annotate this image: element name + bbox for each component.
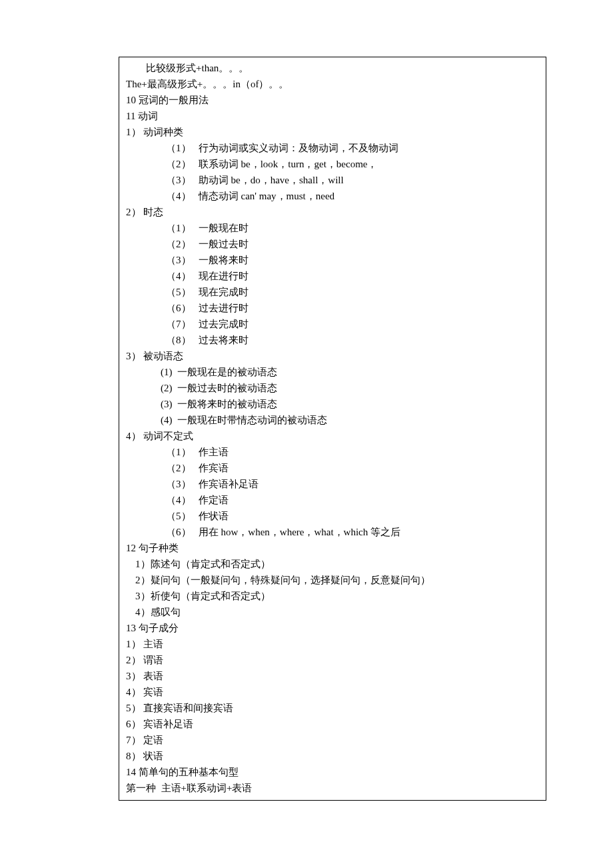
text-line: （3） 一般将来时 bbox=[126, 252, 539, 268]
text-line: (4) 一般现在时带情态动词的被动语态 bbox=[126, 412, 539, 428]
text-line: （3） 助动词 be，do，have，shall，will bbox=[126, 172, 539, 188]
text-line: 1） 动词种类 bbox=[126, 124, 539, 140]
text-line: The+最高级形式+。。。in（of）。。 bbox=[126, 76, 539, 92]
text-line: （5） 作状语 bbox=[126, 508, 539, 524]
text-line: 5） 直接宾语和间接宾语 bbox=[126, 700, 539, 716]
text-line: 2） 谓语 bbox=[126, 652, 539, 668]
text-line: （5） 现在完成时 bbox=[126, 284, 539, 300]
text-line: 10 冠词的一般用法 bbox=[126, 92, 539, 108]
text-line: 13 句子成分 bbox=[126, 620, 539, 636]
text-line: （2） 一般过去时 bbox=[126, 236, 539, 252]
text-line: 第一种 主语+联系动词+表语 bbox=[126, 780, 539, 796]
document-page: 比较级形式+than。。。The+最高级形式+。。。in（of）。。10 冠词的… bbox=[0, 0, 613, 868]
text-line: 比较级形式+than。。。 bbox=[126, 60, 539, 76]
text-line: 4） 动词不定式 bbox=[126, 428, 539, 444]
text-line: （1） 作主语 bbox=[126, 444, 539, 460]
text-line: (1) 一般现在是的被动语态 bbox=[126, 364, 539, 380]
text-line: 4） 宾语 bbox=[126, 684, 539, 700]
text-line: 8） 状语 bbox=[126, 748, 539, 764]
content-box: 比较级形式+than。。。The+最高级形式+。。。in（of）。。10 冠词的… bbox=[119, 57, 546, 801]
text-line: （2） 作宾语 bbox=[126, 460, 539, 476]
text-line: 3） 被动语态 bbox=[126, 348, 539, 364]
text-line: 4）感叹句 bbox=[126, 604, 539, 620]
text-line: 1）陈述句（肯定式和否定式） bbox=[126, 556, 539, 572]
text-line: (3) 一般将来时的被动语态 bbox=[126, 396, 539, 412]
text-line: 11 动词 bbox=[126, 108, 539, 124]
text-line: （2） 联系动词 be，look，turn，get，become， bbox=[126, 156, 539, 172]
text-line: （6） 用在 how，when，where，what，which 等之后 bbox=[126, 524, 539, 540]
text-line: 3） 表语 bbox=[126, 668, 539, 684]
text-line: 2）疑问句（一般疑问句，特殊疑问句，选择疑问句，反意疑问句） bbox=[126, 572, 539, 588]
text-line: （7） 过去完成时 bbox=[126, 316, 539, 332]
text-line: （3） 作宾语补足语 bbox=[126, 476, 539, 492]
text-line: (2) 一般过去时的被动语态 bbox=[126, 380, 539, 396]
text-line: 3）祈使句（肯定式和否定式） bbox=[126, 588, 539, 604]
text-line: 12 句子种类 bbox=[126, 540, 539, 556]
text-line: （4） 现在进行时 bbox=[126, 268, 539, 284]
text-line: 14 简单句的五种基本句型 bbox=[126, 764, 539, 780]
text-line: （4） 作定语 bbox=[126, 492, 539, 508]
text-line: （1） 一般现在时 bbox=[126, 220, 539, 236]
text-line: 2） 时态 bbox=[126, 204, 539, 220]
text-line: （4） 情态动词 can' may，must，need bbox=[126, 188, 539, 204]
text-line: （8） 过去将来时 bbox=[126, 332, 539, 348]
text-line: （6） 过去进行时 bbox=[126, 300, 539, 316]
text-line: 1） 主语 bbox=[126, 636, 539, 652]
text-line: 6） 宾语补足语 bbox=[126, 716, 539, 732]
text-line: 7） 定语 bbox=[126, 732, 539, 748]
text-line: （1） 行为动词或实义动词：及物动词，不及物动词 bbox=[126, 140, 539, 156]
